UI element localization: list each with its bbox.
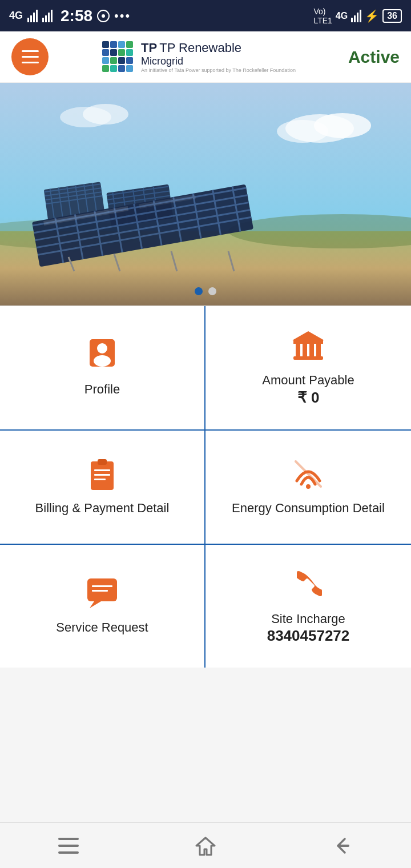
svg-rect-17 <box>126 41 133 48</box>
svg-rect-3 <box>36 10 38 22</box>
svg-rect-7 <box>51 10 53 22</box>
svg-rect-91 <box>293 356 323 360</box>
svg-rect-1 <box>30 15 32 22</box>
tp-logo-icon <box>101 40 135 74</box>
nav-back-button[interactable] <box>327 830 358 862</box>
nav-menu-button[interactable] <box>53 832 84 859</box>
svg-rect-24 <box>118 57 125 64</box>
logo-renewable-text: TP Renewable <box>159 41 241 55</box>
svg-rect-87 <box>296 344 300 356</box>
solar-panel-scene <box>0 83 411 306</box>
logo-microgrid-text: Microgrid <box>141 55 296 67</box>
home-icon <box>195 835 216 856</box>
svg-rect-11 <box>354 15 356 22</box>
svg-rect-16 <box>118 41 125 48</box>
svg-rect-96 <box>94 479 106 480</box>
carousel-dot-2[interactable] <box>208 287 216 295</box>
hero-banner <box>0 83 411 306</box>
svg-rect-2 <box>33 13 35 22</box>
amount-payable-value: ₹ 0 <box>297 389 320 407</box>
energy-menu-item[interactable]: Energy Consumption Detail <box>206 431 411 545</box>
svg-marker-85 <box>292 331 324 340</box>
network-4g-1: 4G <box>9 10 23 22</box>
battery-indicator: 36 <box>382 9 402 23</box>
network-4g-2: 4G <box>336 11 348 21</box>
logo-text: TP TP Renewable Microgrid An initiative … <box>141 41 296 73</box>
svg-marker-102 <box>90 601 101 608</box>
volte-label: Vo)LTE1 <box>313 7 332 25</box>
svg-rect-29 <box>126 65 133 72</box>
profile-label: Profile <box>84 381 120 398</box>
svg-rect-94 <box>94 469 110 471</box>
svg-line-98 <box>296 461 321 487</box>
svg-rect-22 <box>102 57 109 64</box>
svg-rect-25 <box>126 57 133 64</box>
svg-point-79 <box>277 120 328 143</box>
site-incharge-label: Site Incharge <box>271 611 345 628</box>
svg-rect-86 <box>293 340 323 344</box>
carousel-dot-1[interactable] <box>195 287 203 295</box>
compass-icon <box>97 10 110 22</box>
hamburger-nav-icon <box>58 838 79 854</box>
logo-area: TP TP Renewable Microgrid An initiative … <box>101 40 296 74</box>
signal-icon-3 <box>351 10 361 22</box>
back-icon <box>332 835 353 856</box>
svg-rect-21 <box>126 49 133 56</box>
main-menu-grid: Profile Amount Payable ₹ 0 Billing & Pay… <box>0 306 411 668</box>
billing-label: Billing & Payment Detail <box>35 500 170 517</box>
hamburger-line-3 <box>22 62 39 63</box>
svg-point-97 <box>306 484 311 489</box>
amount-payable-label: Amount Payable <box>262 372 354 389</box>
svg-rect-27 <box>110 65 117 72</box>
svg-rect-26 <box>102 65 109 72</box>
svg-rect-100 <box>92 585 112 587</box>
status-bar: 4G 2:58 ••• Vo)LTE1 4G ⚡ <box>0 0 411 31</box>
profile-menu-item[interactable]: Profile <box>0 306 206 431</box>
carousel-dots <box>195 287 216 295</box>
svg-rect-10 <box>351 18 353 22</box>
service-request-menu-item[interactable]: Service Request <box>0 545 206 668</box>
clipboard-icon <box>85 457 119 491</box>
svg-rect-93 <box>98 459 107 465</box>
svg-point-9 <box>102 14 105 18</box>
svg-rect-23 <box>110 57 117 64</box>
signal-icon-2 <box>42 10 53 22</box>
dots: ••• <box>114 9 131 23</box>
site-incharge-menu-item[interactable]: Site Incharge 8340457272 <box>206 545 411 668</box>
svg-rect-12 <box>357 13 358 22</box>
svg-rect-6 <box>48 13 50 22</box>
svg-rect-0 <box>27 18 29 22</box>
svg-rect-104 <box>58 845 79 847</box>
bolt-icon: ⚡ <box>365 9 379 23</box>
svg-rect-20 <box>118 49 125 56</box>
svg-rect-15 <box>110 41 117 48</box>
logo-tp-text: TP <box>141 41 157 55</box>
wifi-signal-icon <box>291 457 325 491</box>
svg-rect-4 <box>42 18 44 22</box>
site-incharge-phone: 8340457272 <box>267 627 350 645</box>
svg-rect-107 <box>338 845 349 847</box>
signal-icon-1 <box>27 10 38 22</box>
svg-rect-19 <box>110 49 117 56</box>
active-status: Active <box>348 47 400 67</box>
svg-rect-13 <box>360 10 361 22</box>
time-display: 2:58 <box>61 7 92 25</box>
svg-rect-18 <box>102 49 109 56</box>
bank-icon <box>291 329 325 363</box>
hamburger-button[interactable] <box>11 38 49 75</box>
nav-home-button[interactable] <box>190 830 221 862</box>
svg-rect-95 <box>94 474 110 476</box>
svg-point-83 <box>97 343 107 353</box>
amount-payable-menu-item[interactable]: Amount Payable ₹ 0 <box>206 306 411 431</box>
status-left: 4G 2:58 ••• <box>9 7 131 25</box>
person-icon <box>85 338 119 372</box>
billing-menu-item[interactable]: Billing & Payment Detail <box>0 431 206 545</box>
hamburger-line-2 <box>22 56 39 58</box>
svg-marker-106 <box>196 838 215 855</box>
svg-rect-105 <box>58 851 79 854</box>
svg-rect-103 <box>58 838 79 840</box>
service-request-label: Service Request <box>56 620 148 636</box>
status-right: Vo)LTE1 4G ⚡ 36 <box>313 7 402 25</box>
svg-rect-88 <box>303 344 307 356</box>
chat-icon <box>85 576 119 610</box>
